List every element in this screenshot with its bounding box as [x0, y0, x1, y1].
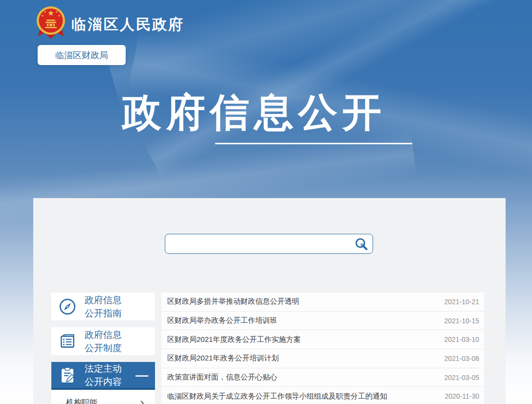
- article-date: 2021-03-10: [444, 336, 479, 343]
- article-row[interactable]: 区财政局2021年政务公开培训计划 2021-03-08: [161, 349, 484, 368]
- sidebar: 政府信息 公开指南: [51, 292, 155, 404]
- main-panel: 政府信息 公开指南: [33, 198, 506, 404]
- magnifier-icon: [355, 237, 368, 251]
- china-national-emblem-svg: [36, 5, 66, 40]
- article-date: 2021-03-08: [444, 355, 479, 362]
- article-date: 2021-10-15: [444, 317, 479, 325]
- article-row[interactable]: 政策宣讲面对面，信息公开心贴心 2021-03-05: [161, 368, 484, 387]
- sidebar-item-statutory-disclosure[interactable]: 法定主动 公开内容 —: [51, 362, 155, 390]
- article-title: 区财政局2021年度政务公开工作实施方案: [167, 335, 301, 344]
- sidebar-item-label: 政府信息 公开制度: [85, 328, 122, 355]
- sidebar-item-guide[interactable]: 政府信息 公开指南: [51, 292, 155, 320]
- sidebar-item-label: 法定主动 公开内容: [85, 362, 122, 388]
- national-emblem-icon[interactable]: [36, 5, 66, 42]
- article-title: 区财政局2021年政务公开培训计划: [167, 354, 279, 363]
- article-list: 区财政局多措并举推动财政信息公开透明 2021-10-21 区财政局举办政务公开…: [161, 292, 484, 404]
- article-title: 临淄区财政局关于成立政务公开工作领导小组组成及职责分工的通知: [167, 392, 387, 401]
- page-title: 政府信息公开: [0, 91, 509, 134]
- search-box: [165, 234, 373, 254]
- article-title: 政策宣讲面对面，信息公开心贴心: [167, 373, 277, 382]
- article-title: 区财政局举办政务公开工作培训班: [167, 316, 277, 325]
- clipboard-pencil-icon: [57, 365, 78, 385]
- search-button[interactable]: [350, 234, 373, 253]
- site-title: 临淄区人民政府: [71, 15, 184, 35]
- article-row[interactable]: 区财政局举办政务公开工作培训班 2021-10-15: [161, 312, 484, 331]
- sidebar-item-label: 政府信息 公开指南: [85, 293, 122, 320]
- article-row[interactable]: 区财政局2021年度政务公开工作实施方案 2021-03-10: [161, 330, 484, 349]
- sidebar-item-rules[interactable]: 政府信息 公开制度: [51, 327, 155, 355]
- page: 临淄区人民政府 临淄区财政局 政府信息公开: [0, 0, 532, 404]
- compass-icon: [57, 296, 78, 317]
- search-input[interactable]: [165, 234, 350, 253]
- article-row[interactable]: 区财政局多措并举推动财政信息公开透明 2021-10-21: [161, 292, 484, 312]
- article-row[interactable]: 临淄区财政局关于成立政务公开工作领导小组组成及职责分工的通知 2020-11-3…: [161, 387, 484, 404]
- chevron-right-icon: ›: [140, 398, 144, 404]
- page-title-underline: [215, 143, 412, 144]
- bureau-tab[interactable]: 临淄区财政局: [38, 45, 126, 65]
- sidebar-subitem-label: 机构职能: [66, 398, 97, 404]
- collapse-minus-icon[interactable]: —: [135, 369, 148, 382]
- article-date: 2021-03-05: [444, 374, 479, 382]
- bureau-tab-label: 临淄区财政局: [55, 49, 108, 61]
- article-date: 2020-11-30: [444, 392, 479, 400]
- book-icon: [57, 331, 78, 352]
- sidebar-subitem-org-functions[interactable]: 机构职能 ›: [51, 390, 155, 404]
- article-date: 2021-10-21: [444, 298, 479, 306]
- article-title: 区财政局多措并举推动财政信息公开透明: [167, 297, 299, 306]
